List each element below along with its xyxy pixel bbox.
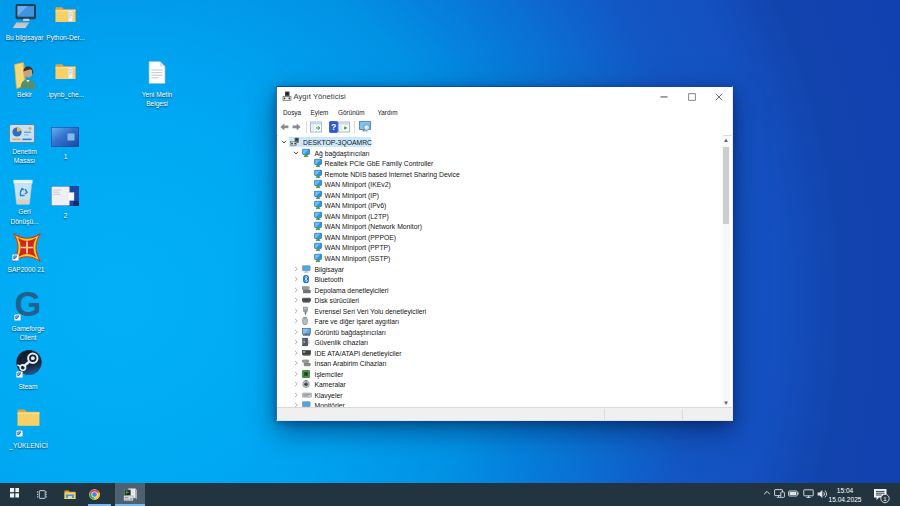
svg-text:1: 1 (883, 494, 887, 501)
svg-text:?: ? (330, 121, 335, 131)
